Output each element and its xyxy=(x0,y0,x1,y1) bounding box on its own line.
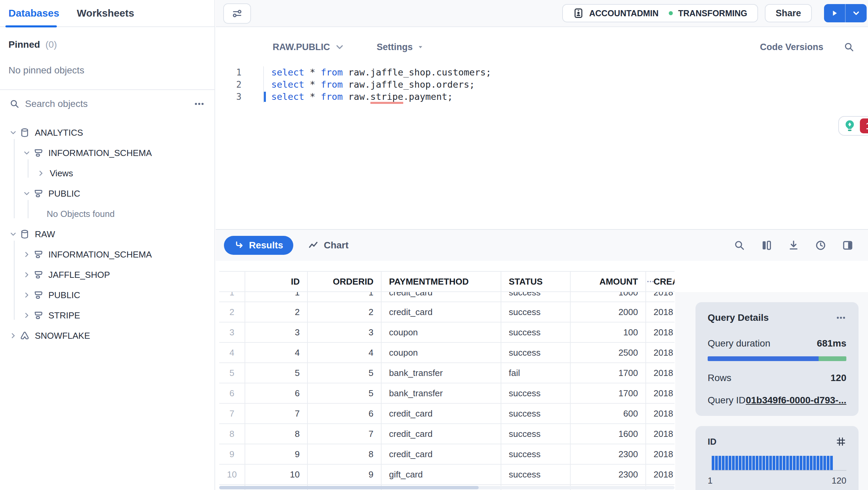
histogram-title: ID xyxy=(708,437,836,447)
code-line-1[interactable]: 1select * from raw.jaffle_shop.customers… xyxy=(216,66,868,79)
database-context-selector[interactable]: RAW.PUBLIC xyxy=(273,42,344,52)
tree-item-stripe[interactable]: STRIPE xyxy=(0,305,214,326)
cell: success xyxy=(501,383,571,403)
tab-chart[interactable]: Chart xyxy=(308,240,348,251)
cell: success xyxy=(501,444,571,464)
table-header-row[interactable]: IDORDERIDPAYMENTMETHODSTATUSAMOUNTCREATE… xyxy=(219,271,675,292)
cell: 5 xyxy=(308,383,382,403)
table-row[interactable]: 222credit_cardsuccess20002018 xyxy=(219,302,675,322)
table-row[interactable]: 665bank_transfersuccess17002018 xyxy=(219,383,675,404)
tree-item-information-schema[interactable]: INFORMATION_SCHEMA xyxy=(0,143,214,163)
duration-label: Query duration xyxy=(708,338,770,349)
cell: 1 xyxy=(308,292,382,302)
histogram-bar xyxy=(796,456,799,470)
cell: bank_transfer xyxy=(382,363,501,383)
chevron-right-icon[interactable] xyxy=(23,251,30,258)
chevron-right-icon[interactable] xyxy=(37,170,45,177)
code-versions-link[interactable]: Code Versions xyxy=(760,42,823,52)
chevron-right-icon[interactable] xyxy=(23,271,30,279)
tree-item-snowflake[interactable]: SNOWFLAKE xyxy=(0,326,214,346)
code-line-2[interactable]: 2select * from raw.jaffle_shop.orders; xyxy=(216,79,868,91)
settings-label: Settings xyxy=(377,42,413,52)
sidebar: Databases Worksheets Pinned (0) No pinne… xyxy=(0,0,215,490)
copilot-suggestion-button[interactable]: 1 xyxy=(838,116,868,136)
tree-item-information-schema[interactable]: INFORMATION_SCHEMA xyxy=(0,244,214,265)
schema-icon xyxy=(33,249,43,260)
tree-item-public[interactable]: PUBLIC xyxy=(0,183,214,204)
histogram-bar xyxy=(766,456,769,470)
schema-icon xyxy=(33,188,43,199)
table-row[interactable]: 555bank_transferfail17002018 xyxy=(219,363,675,383)
tree-item-analytics[interactable]: ANALYTICS xyxy=(0,122,214,143)
columns-icon[interactable] xyxy=(760,239,773,251)
tree-item-jaffle-shop[interactable]: JAFFLE_SHOP xyxy=(0,265,214,285)
cell: success xyxy=(501,322,571,342)
histogram-bar xyxy=(735,456,738,470)
cell: success xyxy=(501,465,571,484)
tree-guide-line xyxy=(14,241,15,320)
tree-item-label: RAW xyxy=(35,229,55,240)
editor-search-icon[interactable] xyxy=(844,42,854,52)
chevron-right-icon[interactable] xyxy=(23,291,30,299)
histogram-bar xyxy=(827,456,829,470)
column-histograms: ID1120ORDERID xyxy=(675,426,868,490)
tab-databases[interactable]: Databases xyxy=(8,7,59,19)
share-button[interactable]: Share xyxy=(765,4,812,22)
cell: 1 xyxy=(245,292,308,302)
cell: 3 xyxy=(219,322,245,342)
tree-item-public[interactable]: PUBLIC xyxy=(0,285,214,305)
chevron-down-icon[interactable] xyxy=(23,190,30,197)
editor-toolbar: RAW.PUBLIC Settings Code Versions xyxy=(216,27,868,61)
history-clock-icon[interactable] xyxy=(815,239,827,251)
code-line-3[interactable]: 3select * from raw.stripe.payment; xyxy=(216,91,868,103)
histogram-bar xyxy=(823,456,826,470)
query-id-link[interactable]: 01b349f6-0000-d793-... xyxy=(746,395,846,406)
scrollbar-thumb[interactable] xyxy=(219,486,479,489)
cell: 4 xyxy=(219,343,245,362)
table-row[interactable]: 10109gift_cardsuccess23002018 xyxy=(219,465,675,485)
table-row[interactable]: 887credit_cardsuccess16002018 xyxy=(219,424,675,444)
card-more-options-icon[interactable] xyxy=(836,312,846,323)
context-role-warehouse-button[interactable]: ACCOUNTADMIN TRANSFORMING xyxy=(562,4,758,22)
table-row[interactable]: 444couponsuccess25002018 xyxy=(219,343,675,363)
tab-worksheets[interactable]: Worksheets xyxy=(77,7,134,19)
cell: 7 xyxy=(245,404,308,423)
schema-icon xyxy=(33,270,43,280)
filters-button[interactable] xyxy=(223,3,251,24)
code-area[interactable]: 1select * from raw.jaffle_shop.customers… xyxy=(216,61,868,103)
tree-item-views[interactable]: Views xyxy=(0,163,214,183)
run-button-group xyxy=(824,4,867,22)
pinned-count: (0) xyxy=(45,39,57,50)
split-panel-icon[interactable] xyxy=(842,239,854,251)
chart-tab-label: Chart xyxy=(324,240,348,251)
chevron-right-icon[interactable] xyxy=(9,332,17,339)
histogram-card-id: ID1120 xyxy=(695,426,859,490)
chevron-down-icon[interactable] xyxy=(9,129,17,136)
search-results-icon[interactable] xyxy=(733,239,746,251)
search-objects-input[interactable]: Search objects xyxy=(25,98,193,109)
cell: 9 xyxy=(308,465,382,484)
cell: 1700 xyxy=(571,383,646,403)
table-row[interactable]: 333couponsuccess1002018 xyxy=(219,322,675,343)
tab-results[interactable]: Results xyxy=(224,236,293,255)
chevron-down-icon[interactable] xyxy=(9,230,17,238)
download-icon[interactable] xyxy=(787,239,800,251)
tree-item-label: INFORMATION_SCHEMA xyxy=(48,249,152,260)
run-options-button[interactable] xyxy=(846,4,867,22)
table-row-partial[interactable]: 111credit_cardsuccess10002018 xyxy=(219,292,675,302)
settings-dropdown[interactable]: Settings xyxy=(377,42,425,52)
tree-item-raw[interactable]: RAW xyxy=(0,224,214,244)
table-row[interactable]: 776credit_cardsuccess6002018 xyxy=(219,404,675,424)
warehouse-label: TRANSFORMING xyxy=(678,8,747,18)
results-tab-label: Results xyxy=(249,240,283,251)
run-button[interactable] xyxy=(824,4,845,22)
more-options-icon[interactable] xyxy=(193,98,205,110)
chevron-right-icon[interactable] xyxy=(23,312,30,319)
chevron-down-icon[interactable] xyxy=(23,149,30,157)
table-row[interactable]: 998credit_cardsuccess23002018 xyxy=(219,444,675,465)
warehouse-status-dot xyxy=(669,11,673,15)
cell: gift_card xyxy=(382,465,501,484)
histogram-bar xyxy=(715,456,718,470)
column-overflow-dots[interactable] xyxy=(646,272,655,291)
database-icon xyxy=(20,229,30,239)
